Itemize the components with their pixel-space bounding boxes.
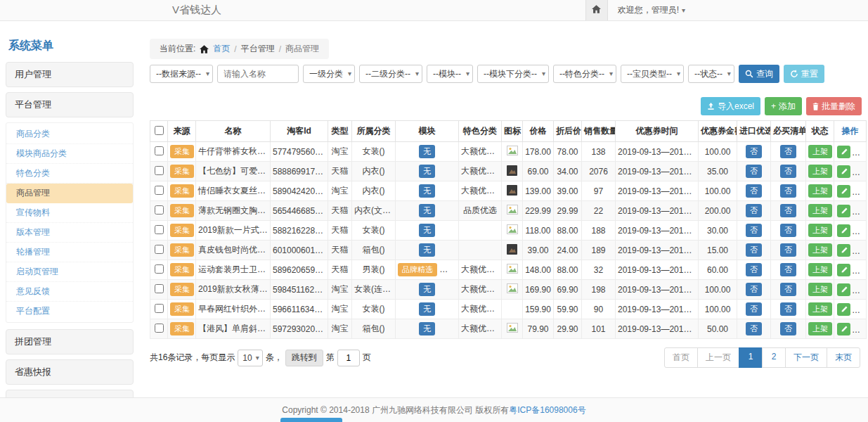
imported-toggle-button[interactable]: 否 bbox=[746, 165, 762, 178]
module-badge[interactable]: 无 bbox=[419, 145, 435, 158]
reset-button[interactable]: 重置 bbox=[784, 65, 824, 83]
icp-link[interactable]: 粤ICP备16098006号 bbox=[509, 404, 585, 416]
sidebar-submenu-item[interactable]: 商品管理 bbox=[6, 184, 133, 203]
edit-button[interactable] bbox=[837, 165, 850, 178]
status-button[interactable]: 上架 bbox=[808, 224, 832, 237]
module-badge[interactable]: 无 bbox=[419, 184, 435, 198]
sidebar-submenu-item[interactable]: 版本管理 bbox=[6, 223, 133, 243]
must-buy-toggle-button[interactable]: 否 bbox=[780, 243, 796, 257]
must-buy-toggle-button[interactable]: 否 bbox=[780, 184, 796, 198]
select-all-checkbox[interactable] bbox=[155, 126, 164, 135]
filter-select[interactable]: --模块--▾ bbox=[427, 65, 473, 83]
row-checkbox[interactable] bbox=[155, 146, 164, 155]
data-source-select[interactable]: --数据来源-- ▾ bbox=[150, 65, 213, 83]
row-checkbox[interactable] bbox=[155, 324, 164, 333]
batch-delete-button[interactable]: 批量删除 bbox=[806, 97, 862, 115]
breadcrumb-home-link[interactable]: 首页 bbox=[213, 43, 230, 55]
filter-select[interactable]: --特色分类--▾ bbox=[553, 65, 616, 83]
edit-button[interactable] bbox=[837, 303, 850, 316]
sidebar-submenu-item[interactable]: 商品分类 bbox=[6, 124, 133, 144]
edit-button[interactable] bbox=[837, 205, 850, 217]
must-buy-toggle-button[interactable]: 否 bbox=[780, 322, 796, 335]
row-checkbox[interactable] bbox=[155, 245, 164, 254]
module-badge[interactable]: 无 bbox=[419, 224, 435, 237]
sidebar-group-item[interactable]: 用户管理 bbox=[6, 62, 134, 87]
edit-button[interactable] bbox=[837, 283, 850, 296]
imported-toggle-button[interactable]: 否 bbox=[746, 243, 762, 257]
must-buy-toggle-button[interactable]: 否 bbox=[780, 302, 796, 316]
must-buy-toggle-button[interactable]: 否 bbox=[780, 204, 796, 217]
status-button[interactable]: 上架 bbox=[808, 283, 832, 296]
home-button[interactable] bbox=[585, 0, 608, 20]
page-size-select[interactable]: 10 ▾ bbox=[238, 350, 262, 366]
imported-toggle-button[interactable]: 否 bbox=[746, 322, 762, 335]
page-button[interactable]: 2 bbox=[762, 347, 786, 368]
status-button[interactable]: 上架 bbox=[808, 243, 832, 257]
search-button[interactable]: 查询 bbox=[739, 65, 779, 83]
must-buy-toggle-button[interactable]: 否 bbox=[780, 224, 796, 237]
status-button[interactable]: 上架 bbox=[808, 302, 832, 316]
imported-toggle-button[interactable]: 否 bbox=[746, 204, 762, 217]
sidebar-group-item[interactable]: 平台管理 bbox=[6, 92, 134, 117]
page-button[interactable]: 下一页 bbox=[785, 347, 827, 368]
sidebar-group-item[interactable]: 省惠快报 bbox=[6, 359, 134, 385]
imported-toggle-button[interactable]: 否 bbox=[746, 224, 762, 237]
page-button[interactable]: 上一页 bbox=[697, 347, 739, 368]
module-badge[interactable]: 无 bbox=[419, 165, 435, 178]
status-button[interactable]: 上架 bbox=[808, 145, 832, 158]
module-badge[interactable]: 无 bbox=[419, 204, 435, 217]
must-buy-toggle-button[interactable]: 否 bbox=[780, 145, 796, 158]
must-buy-toggle-button[interactable]: 否 bbox=[780, 165, 796, 178]
jump-to-button[interactable]: 跳转到 bbox=[285, 350, 323, 366]
row-checkbox[interactable] bbox=[155, 166, 164, 175]
imported-toggle-button[interactable]: 否 bbox=[746, 302, 762, 316]
edit-button[interactable] bbox=[837, 146, 850, 158]
sidebar-submenu-item[interactable]: 平台配置 bbox=[6, 302, 133, 321]
status-button[interactable]: 上架 bbox=[808, 322, 832, 335]
status-button[interactable]: 上架 bbox=[808, 184, 832, 198]
user-menu[interactable]: 欢迎您，管理员!▾ bbox=[618, 4, 685, 16]
status-button[interactable]: 上架 bbox=[808, 204, 832, 217]
filter-select[interactable]: 一级分类▾ bbox=[303, 65, 355, 83]
status-button[interactable]: 上架 bbox=[808, 263, 832, 276]
sidebar-submenu-item[interactable]: 启动页管理 bbox=[6, 262, 133, 282]
name-search-input[interactable] bbox=[217, 65, 299, 83]
sidebar-submenu-item[interactable]: 轮播管理 bbox=[6, 243, 133, 262]
page-button[interactable]: 1 bbox=[739, 347, 763, 368]
edit-button[interactable] bbox=[837, 224, 850, 237]
sidebar-submenu-item[interactable]: 宣传物料 bbox=[6, 203, 133, 223]
edit-button[interactable] bbox=[837, 264, 850, 276]
imported-toggle-button[interactable]: 否 bbox=[746, 184, 762, 198]
status-button[interactable]: 上架 bbox=[808, 165, 832, 178]
edit-button[interactable] bbox=[837, 323, 850, 335]
row-checkbox[interactable] bbox=[155, 186, 164, 195]
module-badge[interactable]: 无 bbox=[419, 283, 435, 296]
module-badge[interactable]: 无 bbox=[419, 302, 435, 316]
import-excel-button[interactable]: 导入excel bbox=[701, 97, 760, 115]
filter-select[interactable]: --模块下分类--▾ bbox=[477, 65, 549, 83]
filter-select[interactable]: --二级分类--▾ bbox=[359, 65, 422, 83]
jump-page-input[interactable] bbox=[337, 350, 360, 366]
must-buy-toggle-button[interactable]: 否 bbox=[780, 283, 796, 296]
page-button[interactable]: 首页 bbox=[664, 347, 698, 368]
row-checkbox[interactable] bbox=[155, 205, 164, 215]
sidebar-submenu-item[interactable]: 意见反馈 bbox=[6, 282, 133, 302]
add-button[interactable]: + 添加 bbox=[765, 97, 802, 115]
imported-toggle-button[interactable]: 否 bbox=[746, 145, 762, 158]
row-checkbox[interactable] bbox=[155, 225, 164, 234]
module-badge[interactable]: 无 bbox=[419, 243, 435, 257]
sidebar-submenu-item[interactable]: 特色分类 bbox=[6, 164, 133, 184]
imported-toggle-button[interactable]: 否 bbox=[746, 283, 762, 296]
sidebar-submenu-item[interactable]: 模块商品分类 bbox=[6, 144, 133, 164]
sidebar-group-item[interactable]: 拼团管理 bbox=[6, 329, 134, 354]
edit-button[interactable] bbox=[837, 185, 850, 198]
module-badge[interactable]: 无 bbox=[419, 322, 435, 335]
must-buy-toggle-button[interactable]: 否 bbox=[780, 263, 796, 276]
filter-select[interactable]: --状态--▾ bbox=[688, 65, 734, 83]
row-checkbox[interactable] bbox=[155, 284, 164, 293]
row-checkbox[interactable] bbox=[155, 304, 164, 313]
imported-toggle-button[interactable]: 否 bbox=[746, 263, 762, 276]
edit-button[interactable] bbox=[837, 244, 850, 257]
row-checkbox[interactable] bbox=[155, 264, 164, 274]
page-button[interactable]: 末页 bbox=[827, 347, 860, 368]
